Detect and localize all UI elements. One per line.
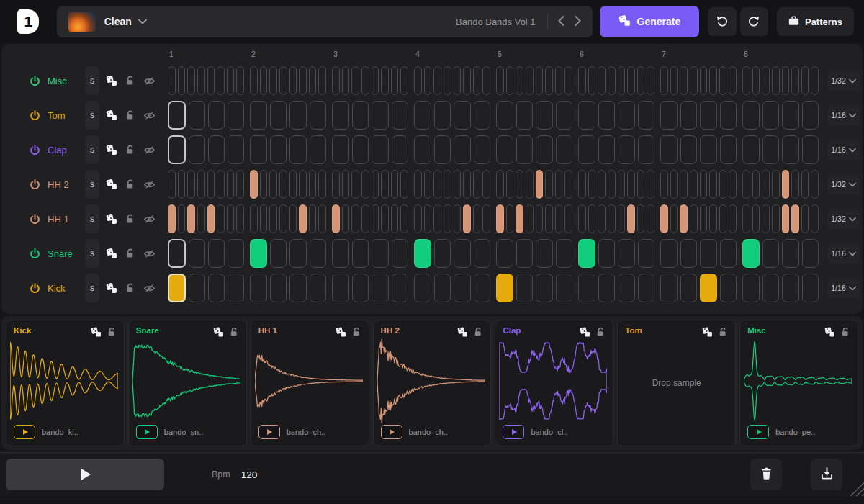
- dice-icon[interactable]: [106, 282, 118, 294]
- step-cell[interactable]: [454, 66, 462, 95]
- step-cell[interactable]: [496, 239, 513, 268]
- step-cell[interactable]: [660, 204, 668, 233]
- step-cell[interactable]: [647, 66, 654, 95]
- step-cell[interactable]: [709, 170, 717, 199]
- step-cell[interactable]: [228, 239, 244, 268]
- step-cell[interactable]: [719, 170, 727, 199]
- step-cell[interactable]: [627, 66, 635, 95]
- step-cell[interactable]: [318, 170, 326, 199]
- lock-open-icon[interactable]: [107, 326, 117, 337]
- pack-prev-button[interactable]: [558, 16, 564, 28]
- step-cell[interactable]: [556, 239, 573, 268]
- step-cell[interactable]: [660, 170, 668, 199]
- step-cell[interactable]: [351, 66, 359, 95]
- step-cell[interactable]: [555, 170, 563, 199]
- rate-select[interactable]: 1/16: [827, 279, 860, 298]
- step-cell[interactable]: [400, 204, 408, 233]
- eye-icon[interactable]: [143, 179, 156, 191]
- step-cell[interactable]: [168, 204, 176, 233]
- step-cell[interactable]: [536, 66, 544, 95]
- step-cell[interactable]: [762, 66, 770, 95]
- step-cell[interactable]: [536, 135, 553, 164]
- step-cell[interactable]: [772, 66, 780, 95]
- step-cell[interactable]: [372, 170, 379, 199]
- step-cell[interactable]: [269, 170, 277, 199]
- power-icon[interactable]: [29, 75, 41, 87]
- step-cell[interactable]: [217, 170, 225, 199]
- play-button[interactable]: [6, 459, 164, 490]
- step-cell[interactable]: [762, 101, 780, 130]
- step-cell[interactable]: [588, 204, 596, 233]
- step-cell[interactable]: [187, 66, 195, 95]
- step-cell[interactable]: [473, 170, 481, 199]
- step-cell[interactable]: [598, 66, 606, 95]
- step-cell[interactable]: [454, 239, 471, 268]
- lock-open-icon[interactable]: [229, 326, 240, 337]
- step-cell[interactable]: [556, 101, 573, 130]
- lock-open-icon[interactable]: [125, 144, 137, 156]
- step-cell[interactable]: [762, 239, 780, 268]
- step-cell[interactable]: [474, 101, 491, 130]
- step-cell[interactable]: [782, 101, 799, 130]
- step-cell[interactable]: [260, 66, 268, 95]
- step-cell[interactable]: [496, 274, 513, 302]
- redo-button[interactable]: [740, 7, 768, 36]
- step-cell[interactable]: [545, 204, 553, 233]
- export-download-button[interactable]: [811, 459, 842, 490]
- step-cell[interactable]: [372, 204, 379, 233]
- step-cell[interactable]: [545, 170, 553, 199]
- step-cell[interactable]: [811, 66, 819, 95]
- step-cell[interactable]: [772, 204, 780, 233]
- step-cell[interactable]: [392, 135, 409, 164]
- step-cell[interactable]: [289, 274, 307, 302]
- solo-button[interactable]: s: [85, 101, 99, 130]
- step-cell[interactable]: [638, 101, 655, 130]
- step-cell[interactable]: [690, 66, 698, 95]
- step-cell[interactable]: [260, 204, 268, 233]
- step-cell[interactable]: [342, 170, 350, 199]
- step-cell[interactable]: [729, 66, 737, 95]
- step-cell[interactable]: [189, 101, 205, 130]
- step-cell[interactable]: [208, 135, 225, 164]
- step-cell[interactable]: [680, 66, 688, 95]
- step-cell[interactable]: [742, 101, 760, 130]
- step-cell[interactable]: [299, 204, 307, 233]
- step-cell[interactable]: [680, 170, 688, 199]
- step-cell[interactable]: [801, 170, 809, 199]
- step-cell[interactable]: [564, 170, 572, 199]
- step-cell[interactable]: [352, 274, 369, 302]
- pad-play-button[interactable]: [136, 425, 158, 439]
- step-cell[interactable]: [719, 204, 727, 233]
- eye-icon[interactable]: [143, 282, 156, 294]
- step-cell[interactable]: [444, 204, 451, 233]
- step-cell[interactable]: [372, 101, 389, 130]
- step-cell[interactable]: [791, 170, 799, 199]
- rate-select[interactable]: 1/32: [827, 71, 860, 91]
- step-cell[interactable]: [496, 170, 504, 199]
- step-cell[interactable]: [309, 204, 317, 233]
- dice-icon[interactable]: [91, 326, 102, 337]
- step-cell[interactable]: [618, 101, 635, 130]
- step-cell[interactable]: [189, 239, 205, 268]
- step-cell[interactable]: [332, 66, 340, 95]
- step-cell[interactable]: [454, 204, 462, 233]
- rate-select[interactable]: 1/32: [827, 175, 860, 194]
- step-cell[interactable]: [250, 135, 267, 164]
- step-cell[interactable]: [752, 170, 760, 199]
- step-cell[interactable]: [526, 204, 534, 233]
- step-cell[interactable]: [197, 204, 205, 233]
- step-cell[interactable]: [332, 274, 349, 302]
- eye-icon[interactable]: [143, 213, 156, 225]
- step-cell[interactable]: [207, 204, 215, 233]
- step-cell[interactable]: [700, 204, 708, 233]
- clear-pattern-button[interactable]: [750, 459, 782, 490]
- lock-open-icon[interactable]: [125, 179, 137, 191]
- step-cell[interactable]: [318, 66, 326, 95]
- step-cell[interactable]: [660, 101, 678, 130]
- step-cell[interactable]: [782, 170, 790, 199]
- step-cell[interactable]: [742, 239, 760, 268]
- dice-icon[interactable]: [106, 213, 118, 225]
- step-cell[interactable]: [536, 204, 544, 233]
- step-cell[interactable]: [228, 101, 244, 130]
- kit-name[interactable]: Clean: [104, 16, 132, 27]
